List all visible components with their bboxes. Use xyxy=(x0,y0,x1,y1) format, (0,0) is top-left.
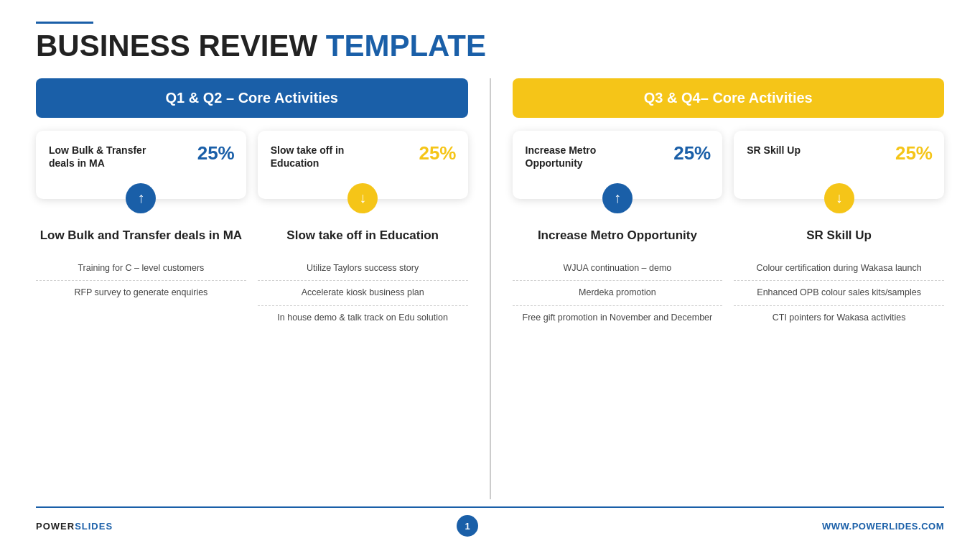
header: BUSINESS REVIEW TEMPLATE xyxy=(36,22,944,62)
footer-page-number: 1 xyxy=(457,515,478,537)
right-card-2-percent: 25% xyxy=(895,142,933,165)
right-card-1-percent: 25% xyxy=(673,142,711,165)
right-col-2-items: Colour certification during Wakasa launc… xyxy=(734,256,944,330)
arrow-up-icon xyxy=(614,190,621,206)
right-col-1: Increase Metro Opportunity WJUA continua… xyxy=(513,228,723,499)
right-card-2: SR Skill Up 25% xyxy=(734,131,944,198)
list-item: Training for C – level customers xyxy=(36,256,246,282)
list-item: Free gift promotion in November and Dece… xyxy=(513,306,723,330)
right-col-1-items: WJUA continuation – demo Merdeka promoti… xyxy=(513,256,723,330)
right-section: Q3 & Q4– Core Activities Increase Metro … xyxy=(491,78,945,499)
right-section-header-label: Q3 & Q4– Core Activities xyxy=(644,90,813,106)
page-title: BUSINESS REVIEW TEMPLATE xyxy=(36,29,944,62)
left-card-1: Low Bulk & Transfer deals in MA 25% xyxy=(36,131,246,198)
title-black: BUSINESS REVIEW xyxy=(36,29,317,62)
footer: POWERSLIDES 1 WWW.POWERLIDES.COM xyxy=(36,506,944,537)
list-item: RFP survey to generate enquiries xyxy=(36,281,246,305)
left-col-1: Low Bulk and Transfer deals in MA Traini… xyxy=(36,228,246,499)
footer-brand: POWERSLIDES xyxy=(36,521,113,532)
right-card-1: Increase Metro Opportunity 25% xyxy=(513,131,723,198)
footer-url: WWW.POWERLIDES.COM xyxy=(822,521,944,532)
left-col-2-items: Utilize Taylors success story Accelerate… xyxy=(258,256,468,330)
list-item: Colour certification during Wakasa launc… xyxy=(734,256,944,282)
right-card-2-icon xyxy=(824,183,854,213)
left-section-header-label: Q1 & Q2 – Core Activities xyxy=(166,90,338,106)
left-card-2-icon xyxy=(347,183,378,213)
main-content: Q1 & Q2 – Core Activities Low Bulk & Tra… xyxy=(36,78,944,499)
left-section-header: Q1 & Q2 – Core Activities xyxy=(36,78,468,118)
title-blue: TEMPLATE xyxy=(326,29,486,62)
left-card-2: Slow take off in Education 25% xyxy=(258,131,468,198)
list-item: Enhanced OPB colour sales kits/samples xyxy=(734,281,944,306)
arrow-down-icon xyxy=(359,190,366,206)
left-card-2-title: Slow take off in Education xyxy=(271,144,381,170)
left-card-1-icon xyxy=(126,183,156,213)
left-col-2-title: Slow take off in Education xyxy=(258,228,468,244)
right-section-header: Q3 & Q4– Core Activities xyxy=(513,78,945,118)
right-below-cards: Increase Metro Opportunity WJUA continua… xyxy=(513,228,945,499)
list-item: CTI pointers for Wakasa activities xyxy=(734,306,944,330)
arrow-down-icon xyxy=(836,190,843,206)
left-below-cards: Low Bulk and Transfer deals in MA Traini… xyxy=(36,228,468,499)
right-card-2-title: SR Skill Up xyxy=(747,144,857,157)
right-cards-row: Increase Metro Opportunity 25% SR Skill … xyxy=(513,131,945,198)
left-card-1-title: Low Bulk & Transfer deals in MA xyxy=(49,144,159,170)
list-item: Utilize Taylors success story xyxy=(258,256,468,282)
right-col-2-title: SR Skill Up xyxy=(734,228,944,244)
header-accent-line xyxy=(36,22,93,24)
footer-brand-blue: SLIDES xyxy=(75,521,113,532)
left-col-1-title: Low Bulk and Transfer deals in MA xyxy=(36,228,246,244)
footer-brand-black: POWER xyxy=(36,521,75,532)
right-card-1-icon xyxy=(602,183,633,213)
list-item: Merdeka promotion xyxy=(513,281,723,306)
page: BUSINESS REVIEW TEMPLATE Q1 & Q2 – Core … xyxy=(0,0,980,551)
right-col-1-title: Increase Metro Opportunity xyxy=(513,228,723,244)
left-cards-row: Low Bulk & Transfer deals in MA 25% Slow… xyxy=(36,131,468,198)
left-card-2-percent: 25% xyxy=(419,142,456,165)
left-section: Q1 & Q2 – Core Activities Low Bulk & Tra… xyxy=(36,78,490,499)
right-card-1-title: Increase Metro Opportunity xyxy=(526,144,636,170)
list-item: WJUA continuation – demo xyxy=(513,256,723,282)
left-col-1-items: Training for C – level customers RFP sur… xyxy=(36,256,246,305)
right-col-2: SR Skill Up Colour certification during … xyxy=(734,228,944,499)
list-item: In house demo & talk track on Edu soluti… xyxy=(258,306,468,330)
arrow-up-icon xyxy=(137,190,144,206)
left-col-2: Slow take off in Education Utilize Taylo… xyxy=(258,228,468,499)
left-card-1-percent: 25% xyxy=(197,142,235,165)
list-item: Accelerate kiosk business plan xyxy=(258,281,468,306)
